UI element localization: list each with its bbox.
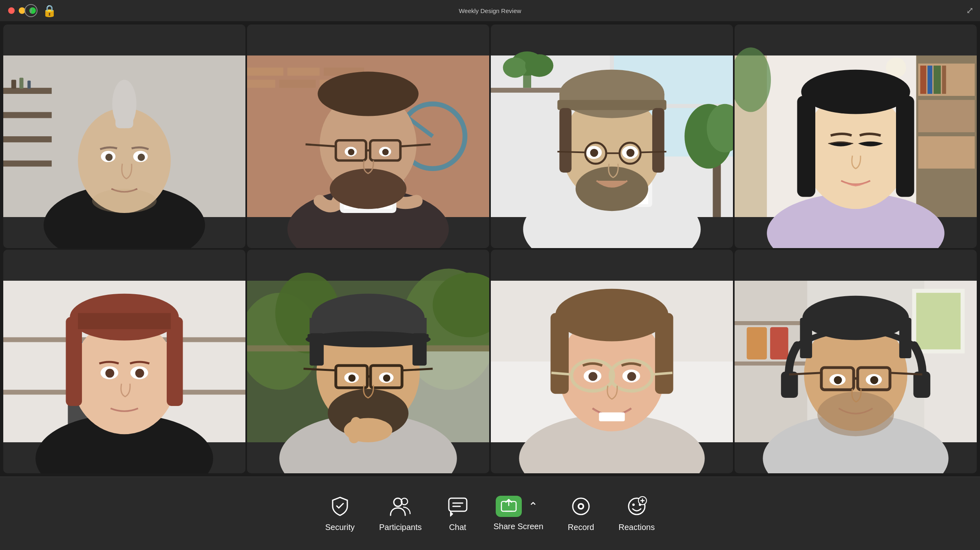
svg-rect-88	[797, 96, 815, 197]
share-screen-expand-icon[interactable]: ⌃	[525, 498, 541, 515]
svg-point-72	[576, 166, 648, 211]
svg-rect-8	[20, 78, 24, 89]
svg-rect-128	[309, 333, 324, 366]
svg-rect-47	[491, 88, 572, 93]
video-grid	[0, 21, 980, 477]
svg-point-36	[330, 169, 406, 209]
svg-rect-3	[3, 88, 52, 94]
svg-rect-107	[167, 317, 183, 406]
participants-toolbar-item[interactable]: Participants	[379, 495, 422, 532]
share-screen-toolbar-item[interactable]: ⌃ Share Screen	[494, 496, 543, 531]
svg-rect-168	[781, 372, 798, 398]
svg-point-175	[870, 376, 878, 384]
participant-cell-2	[247, 24, 489, 248]
svg-point-135	[348, 375, 355, 382]
participant-cell-6	[247, 250, 489, 473]
svg-rect-63	[557, 100, 666, 110]
svg-point-150	[589, 372, 598, 381]
svg-point-136	[383, 375, 391, 382]
reactions-icon	[625, 495, 648, 518]
participant-cell-5	[3, 250, 245, 473]
svg-rect-9	[27, 80, 31, 89]
svg-rect-79	[920, 66, 926, 94]
lock-icon: 🔒	[42, 4, 57, 18]
participant-video-3	[491, 24, 733, 248]
svg-rect-160	[747, 327, 767, 359]
toolbar: Security Participants Chat	[0, 477, 980, 550]
participant-video-4	[735, 24, 977, 248]
participant-video-2	[247, 24, 489, 248]
svg-rect-159	[735, 361, 807, 366]
svg-rect-6	[3, 160, 52, 166]
svg-point-50	[503, 58, 527, 78]
record-icon	[569, 495, 592, 518]
info-icon[interactable]: i	[24, 4, 38, 17]
svg-rect-158	[735, 321, 807, 325]
svg-point-35	[318, 72, 419, 116]
svg-point-19	[92, 189, 157, 213]
reactions-toolbar-item[interactable]: Reactions	[618, 495, 655, 532]
svg-rect-5	[3, 136, 52, 142]
participant-cell-4	[735, 24, 977, 248]
svg-point-189	[632, 503, 635, 506]
participants-label: Participants	[379, 523, 422, 532]
record-label: Record	[568, 523, 594, 532]
close-button[interactable]	[8, 7, 15, 14]
svg-rect-4	[3, 112, 52, 118]
svg-point-127	[306, 331, 431, 348]
svg-rect-89	[896, 96, 914, 197]
svg-point-151	[627, 372, 636, 381]
svg-point-68	[590, 149, 598, 157]
svg-rect-145	[655, 313, 673, 394]
svg-point-69	[627, 149, 635, 157]
svg-rect-14	[115, 88, 133, 128]
chat-icon	[446, 495, 469, 518]
svg-point-17	[105, 154, 113, 161]
svg-rect-81	[934, 66, 941, 94]
svg-rect-25	[247, 80, 275, 88]
participants-icon	[389, 495, 412, 518]
svg-rect-106	[66, 317, 82, 406]
svg-rect-78	[918, 136, 975, 169]
fullscreen-button[interactable]: ⤢	[966, 5, 973, 16]
security-toolbar-item[interactable]: Security	[325, 495, 355, 532]
svg-rect-65	[652, 108, 664, 173]
svg-rect-169	[914, 372, 931, 398]
participant-video-8	[735, 250, 977, 473]
participant-cell-3	[491, 24, 733, 248]
chat-label: Chat	[449, 523, 466, 532]
svg-rect-152	[599, 412, 625, 421]
svg-rect-64	[559, 108, 572, 173]
participant-cell-8	[735, 250, 977, 473]
svg-point-111	[105, 369, 114, 378]
window-title: Weekly Design Review	[459, 7, 521, 14]
participant-video-5	[3, 250, 245, 473]
svg-rect-161	[770, 327, 788, 359]
participant-cell-1	[3, 24, 245, 248]
participant-video-7	[491, 250, 733, 473]
titlebar-icons: i 🔒	[24, 4, 57, 18]
share-screen-icon-wrapper	[496, 496, 522, 517]
chat-toolbar-item[interactable]: Chat	[446, 495, 469, 532]
svg-rect-108	[78, 313, 171, 329]
svg-rect-144	[551, 313, 569, 394]
svg-rect-23	[287, 68, 320, 76]
svg-point-112	[135, 369, 144, 378]
titlebar: i 🔒 Weekly Design Review ⤢	[0, 0, 980, 21]
svg-rect-77	[918, 100, 975, 132]
svg-rect-156	[916, 293, 961, 350]
svg-rect-179	[449, 498, 467, 511]
security-icon	[329, 495, 351, 518]
participant-video-6	[247, 250, 489, 473]
svg-rect-82	[942, 66, 946, 94]
svg-point-41	[348, 149, 355, 155]
reactions-label: Reactions	[618, 523, 655, 532]
record-toolbar-item[interactable]: Record	[568, 495, 594, 532]
participant-video-1	[3, 24, 245, 248]
svg-point-143	[555, 289, 668, 342]
share-screen-label: Share Screen	[494, 522, 543, 531]
svg-point-18	[138, 154, 145, 161]
svg-rect-76	[918, 64, 975, 96]
participant-cell-7	[491, 250, 733, 473]
svg-rect-80	[927, 66, 932, 94]
